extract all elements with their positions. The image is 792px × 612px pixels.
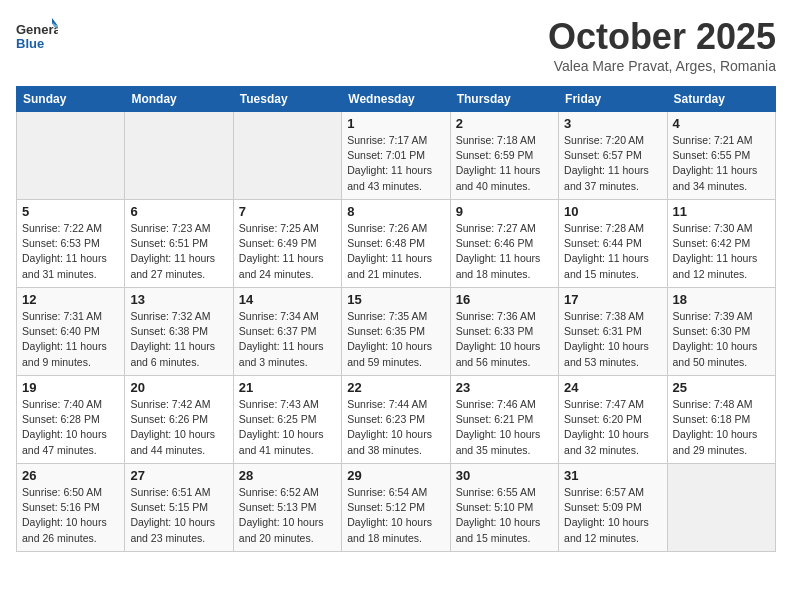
day-number: 19 (22, 380, 119, 395)
day-number: 31 (564, 468, 661, 483)
day-info: Sunrise: 6:55 AMSunset: 5:10 PMDaylight:… (456, 485, 553, 546)
day-info: Sunrise: 7:18 AMSunset: 6:59 PMDaylight:… (456, 133, 553, 194)
day-number: 16 (456, 292, 553, 307)
calendar-cell: 25Sunrise: 7:48 AMSunset: 6:18 PMDayligh… (667, 376, 775, 464)
calendar-cell (667, 464, 775, 552)
calendar-cell: 2Sunrise: 7:18 AMSunset: 6:59 PMDaylight… (450, 112, 558, 200)
weekday-header-wednesday: Wednesday (342, 87, 450, 112)
day-info: Sunrise: 7:25 AMSunset: 6:49 PMDaylight:… (239, 221, 336, 282)
day-info: Sunrise: 7:38 AMSunset: 6:31 PMDaylight:… (564, 309, 661, 370)
day-number: 3 (564, 116, 661, 131)
day-number: 29 (347, 468, 444, 483)
day-number: 9 (456, 204, 553, 219)
calendar-cell: 30Sunrise: 6:55 AMSunset: 5:10 PMDayligh… (450, 464, 558, 552)
weekday-header-friday: Friday (559, 87, 667, 112)
day-number: 27 (130, 468, 227, 483)
day-info: Sunrise: 7:17 AMSunset: 7:01 PMDaylight:… (347, 133, 444, 194)
day-info: Sunrise: 7:22 AMSunset: 6:53 PMDaylight:… (22, 221, 119, 282)
day-number: 25 (673, 380, 770, 395)
calendar-cell: 14Sunrise: 7:34 AMSunset: 6:37 PMDayligh… (233, 288, 341, 376)
day-info: Sunrise: 7:43 AMSunset: 6:25 PMDaylight:… (239, 397, 336, 458)
weekday-header-saturday: Saturday (667, 87, 775, 112)
day-number: 11 (673, 204, 770, 219)
title-block: October 2025 Valea Mare Pravat, Arges, R… (548, 16, 776, 74)
day-info: Sunrise: 7:21 AMSunset: 6:55 PMDaylight:… (673, 133, 770, 194)
weekday-header-sunday: Sunday (17, 87, 125, 112)
calendar-cell: 22Sunrise: 7:44 AMSunset: 6:23 PMDayligh… (342, 376, 450, 464)
calendar-cell: 13Sunrise: 7:32 AMSunset: 6:38 PMDayligh… (125, 288, 233, 376)
day-info: Sunrise: 7:30 AMSunset: 6:42 PMDaylight:… (673, 221, 770, 282)
day-info: Sunrise: 6:51 AMSunset: 5:15 PMDaylight:… (130, 485, 227, 546)
calendar-cell: 11Sunrise: 7:30 AMSunset: 6:42 PMDayligh… (667, 200, 775, 288)
calendar-cell: 28Sunrise: 6:52 AMSunset: 5:13 PMDayligh… (233, 464, 341, 552)
calendar-cell: 24Sunrise: 7:47 AMSunset: 6:20 PMDayligh… (559, 376, 667, 464)
calendar-cell: 27Sunrise: 6:51 AMSunset: 5:15 PMDayligh… (125, 464, 233, 552)
calendar-cell (17, 112, 125, 200)
calendar-cell: 9Sunrise: 7:27 AMSunset: 6:46 PMDaylight… (450, 200, 558, 288)
calendar-cell: 23Sunrise: 7:46 AMSunset: 6:21 PMDayligh… (450, 376, 558, 464)
week-row-3: 12Sunrise: 7:31 AMSunset: 6:40 PMDayligh… (17, 288, 776, 376)
calendar-cell: 1Sunrise: 7:17 AMSunset: 7:01 PMDaylight… (342, 112, 450, 200)
day-number: 4 (673, 116, 770, 131)
day-number: 22 (347, 380, 444, 395)
day-number: 18 (673, 292, 770, 307)
day-info: Sunrise: 7:47 AMSunset: 6:20 PMDaylight:… (564, 397, 661, 458)
day-info: Sunrise: 7:26 AMSunset: 6:48 PMDaylight:… (347, 221, 444, 282)
day-info: Sunrise: 7:28 AMSunset: 6:44 PMDaylight:… (564, 221, 661, 282)
weekday-header-tuesday: Tuesday (233, 87, 341, 112)
day-number: 26 (22, 468, 119, 483)
day-info: Sunrise: 7:39 AMSunset: 6:30 PMDaylight:… (673, 309, 770, 370)
day-number: 15 (347, 292, 444, 307)
calendar-cell: 15Sunrise: 7:35 AMSunset: 6:35 PMDayligh… (342, 288, 450, 376)
day-number: 8 (347, 204, 444, 219)
weekday-header-monday: Monday (125, 87, 233, 112)
calendar-cell: 5Sunrise: 7:22 AMSunset: 6:53 PMDaylight… (17, 200, 125, 288)
weekday-header-thursday: Thursday (450, 87, 558, 112)
calendar-cell: 31Sunrise: 6:57 AMSunset: 5:09 PMDayligh… (559, 464, 667, 552)
svg-text:General: General (16, 22, 58, 37)
day-number: 7 (239, 204, 336, 219)
calendar-cell: 10Sunrise: 7:28 AMSunset: 6:44 PMDayligh… (559, 200, 667, 288)
day-number: 23 (456, 380, 553, 395)
week-row-4: 19Sunrise: 7:40 AMSunset: 6:28 PMDayligh… (17, 376, 776, 464)
day-number: 12 (22, 292, 119, 307)
calendar-cell: 20Sunrise: 7:42 AMSunset: 6:26 PMDayligh… (125, 376, 233, 464)
day-info: Sunrise: 7:36 AMSunset: 6:33 PMDaylight:… (456, 309, 553, 370)
day-number: 28 (239, 468, 336, 483)
calendar-cell: 4Sunrise: 7:21 AMSunset: 6:55 PMDaylight… (667, 112, 775, 200)
day-number: 14 (239, 292, 336, 307)
calendar-cell: 7Sunrise: 7:25 AMSunset: 6:49 PMDaylight… (233, 200, 341, 288)
calendar-cell (125, 112, 233, 200)
day-number: 21 (239, 380, 336, 395)
week-row-5: 26Sunrise: 6:50 AMSunset: 5:16 PMDayligh… (17, 464, 776, 552)
day-number: 20 (130, 380, 227, 395)
calendar-cell: 12Sunrise: 7:31 AMSunset: 6:40 PMDayligh… (17, 288, 125, 376)
day-info: Sunrise: 7:35 AMSunset: 6:35 PMDaylight:… (347, 309, 444, 370)
day-number: 2 (456, 116, 553, 131)
svg-text:Blue: Blue (16, 36, 44, 51)
day-number: 6 (130, 204, 227, 219)
calendar-cell (233, 112, 341, 200)
logo-icon: General Blue (16, 16, 56, 56)
day-info: Sunrise: 7:46 AMSunset: 6:21 PMDaylight:… (456, 397, 553, 458)
day-info: Sunrise: 6:50 AMSunset: 5:16 PMDaylight:… (22, 485, 119, 546)
location: Valea Mare Pravat, Arges, Romania (548, 58, 776, 74)
calendar-table: SundayMondayTuesdayWednesdayThursdayFrid… (16, 86, 776, 552)
day-info: Sunrise: 7:20 AMSunset: 6:57 PMDaylight:… (564, 133, 661, 194)
day-info: Sunrise: 6:57 AMSunset: 5:09 PMDaylight:… (564, 485, 661, 546)
calendar-cell: 26Sunrise: 6:50 AMSunset: 5:16 PMDayligh… (17, 464, 125, 552)
calendar-cell: 19Sunrise: 7:40 AMSunset: 6:28 PMDayligh… (17, 376, 125, 464)
calendar-cell: 17Sunrise: 7:38 AMSunset: 6:31 PMDayligh… (559, 288, 667, 376)
day-info: Sunrise: 7:32 AMSunset: 6:38 PMDaylight:… (130, 309, 227, 370)
day-info: Sunrise: 7:31 AMSunset: 6:40 PMDaylight:… (22, 309, 119, 370)
calendar-cell: 6Sunrise: 7:23 AMSunset: 6:51 PMDaylight… (125, 200, 233, 288)
day-number: 1 (347, 116, 444, 131)
month-year: October 2025 (548, 16, 776, 58)
calendar-cell: 16Sunrise: 7:36 AMSunset: 6:33 PMDayligh… (450, 288, 558, 376)
week-row-1: 1Sunrise: 7:17 AMSunset: 7:01 PMDaylight… (17, 112, 776, 200)
day-info: Sunrise: 6:52 AMSunset: 5:13 PMDaylight:… (239, 485, 336, 546)
day-number: 24 (564, 380, 661, 395)
day-info: Sunrise: 7:44 AMSunset: 6:23 PMDaylight:… (347, 397, 444, 458)
day-info: Sunrise: 7:34 AMSunset: 6:37 PMDaylight:… (239, 309, 336, 370)
day-info: Sunrise: 6:54 AMSunset: 5:12 PMDaylight:… (347, 485, 444, 546)
